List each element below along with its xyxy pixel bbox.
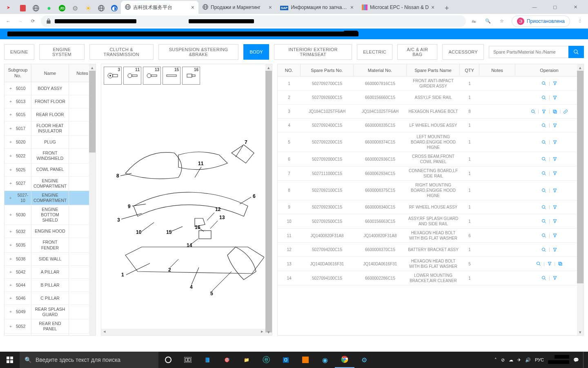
new-tab-button[interactable]: + [440,2,453,14]
part-row[interactable]: 7 5027111000C15 6600062934C15 CONNECTING… [278,166,584,181]
pinned-tab[interactable]: JD [56,2,69,14]
reload-button[interactable]: ⟳ [29,17,37,25]
browser-tab[interactable]: Microcat EPC - Nissan & D × [358,1,439,14]
expand-icon[interactable]: + [9,112,13,117]
expand-icon[interactable]: + [9,167,13,173]
menu-button[interactable]: ⋮ [576,17,584,25]
category-button[interactable]: INTERIOR/ EXTERIOR TRIM&SEAT [274,44,352,60]
expand-icon[interactable]: + [9,139,13,145]
part-row[interactable]: 9 5027092300C15 6600008340C15 RF WHEEL H… [278,200,584,214]
part-row[interactable]: 4 5027092400C15 6600008335C15 LF WHEEL H… [278,119,584,132]
part-row[interactable]: 3 JQ184C1025TF6AH JQ184C1025TF6AH HEXAGO… [278,105,584,119]
close-tab-icon[interactable]: × [269,4,272,11]
callout-thumb[interactable]: 13 [143,67,161,85]
browser-tab[interactable]: Продажи и Маркетинг × [198,1,276,14]
close-tab-icon[interactable]: × [191,4,194,11]
category-button[interactable]: BODY [243,44,269,60]
op-filter-icon[interactable] [552,170,558,177]
expand-icon[interactable]: + [9,256,13,262]
close-tab-icon[interactable]: × [350,4,354,11]
lang-indicator[interactable]: РУС [535,357,544,362]
part-row[interactable]: 5 5027092200C15 6600008374C15 LEFT MOUNT… [278,132,584,152]
close-button[interactable]: ✕ [566,1,585,13]
subgroup-row[interactable]: +5027-10 ENGINE COMPARTMENT [4,191,96,205]
tray-icon[interactable]: ☁ [509,357,513,363]
search-input[interactable] [489,46,568,58]
subgroup-row[interactable]: +5038 SIDE WALL [4,253,96,266]
subgroup-row[interactable]: +5042 A PILLAR [4,266,96,279]
outlook-icon[interactable]: O [276,352,296,368]
op-filter-icon[interactable] [552,80,558,87]
scrollbar[interactable]: ▴ ▾ [577,64,584,335]
expand-icon[interactable]: + [9,181,13,186]
part-row[interactable]: 14 5027094100C15 6600002286C15 LOWER MOU… [278,271,584,285]
op-search-icon[interactable] [541,275,547,281]
op-filter-icon[interactable] [552,275,558,281]
scrollbar[interactable]: ▴ ▾ [265,64,272,335]
op-search-icon[interactable] [541,204,547,211]
subgroup-row[interactable]: +5046 C PILLAR [4,292,96,305]
pinned-tab[interactable] [95,2,108,14]
subgroup-row[interactable]: +5025 COWL PANEL [4,164,96,177]
op-filter-icon[interactable] [546,260,553,267]
op-search-icon[interactable] [541,247,547,253]
expand-icon[interactable]: + [9,309,13,314]
expand-icon[interactable]: + [9,126,13,131]
pinned-tab[interactable]: ◐ [108,2,121,14]
pinned-tab[interactable]: ● [42,2,56,14]
tray-chevron[interactable]: ˄ [494,357,497,363]
op-search-icon[interactable] [535,260,542,267]
subgroup-row[interactable]: +5015 REAR FLOOR [4,108,96,121]
part-row[interactable]: 6 5027092000C15 6600002936C15 CROSS BEAM… [278,152,584,166]
subgroup-row[interactable]: +5035 FRONT FENDER [4,238,96,252]
op-copy-icon[interactable] [557,260,564,267]
taskview-icon[interactable] [178,352,198,368]
subgroup-row[interactable]: +5049 REAR SPLASH GUARD [4,305,96,319]
op-filter-icon[interactable] [552,156,558,162]
pinned-tab[interactable]: ☀ [82,2,95,14]
settings-icon[interactable]: ⚙ [354,352,374,368]
expand-icon[interactable]: + [9,86,13,91]
part-row[interactable]: 13 JQ140DA0616F31 JQ140DA0616F31 HEXAGON… [278,257,584,271]
ie-icon[interactable]: ⓔ [256,352,276,368]
app-icon[interactable]: 🎯 [217,352,237,368]
part-row[interactable]: 12 5027094200C15 6600008370C15 BATTERY B… [278,243,584,257]
close-tab-icon[interactable]: × [431,4,434,11]
subgroup-row[interactable]: +5027 ENGINE COMPARTMENT [4,177,96,191]
subgroup-row[interactable]: +5052 REAR END PANEL [4,319,96,334]
callout-thumb[interactable]: 15 [163,67,180,85]
part-row[interactable]: 11 JQ1400820F31A8 JQ1400820F31A8 HEXAGON… [278,229,584,243]
subgroup-row[interactable]: +5020 PLUG [4,136,96,149]
op-filter-icon[interactable] [552,139,558,146]
callout-thumb[interactable]: 11 [123,67,141,85]
app-icon[interactable] [296,352,315,368]
op-search-icon[interactable] [541,170,547,177]
category-button[interactable]: ACCESSORY [442,44,484,60]
tray-volume-icon[interactable]: 🔊 [525,357,531,363]
subgroup-row[interactable]: +5013 FRONT FLOOR [4,95,96,108]
chrome-icon[interactable] [335,352,354,368]
category-button[interactable]: ENGINE SYSTEM [39,44,85,60]
op-search-icon[interactable] [541,139,547,146]
app-icon[interactable]: 📘 [198,352,217,368]
expand-icon[interactable]: + [9,229,13,234]
op-filter-icon[interactable] [541,108,547,115]
op-filter-icon[interactable] [552,122,558,129]
tray-icon[interactable]: ✈ [517,357,521,363]
op-search-icon[interactable] [541,122,547,129]
expand-icon[interactable]: + [9,242,13,248]
minimize-button[interactable]: — [525,1,544,13]
pinned-tab[interactable]: ➤ [3,2,16,14]
subgroup-row[interactable]: +5044 B PILLAR [4,279,96,292]
pinned-tab[interactable] [29,2,42,14]
expand-icon[interactable]: + [9,153,13,159]
part-row[interactable]: 8 5027092100C15 6600008375C15 RIGHT MOUN… [278,181,584,200]
part-row[interactable]: 10 5027092500C15 6600156663C15 ASSY,RF S… [278,214,584,229]
zoom-icon[interactable]: 🔍 [484,17,492,25]
exploded-diagram[interactable]: 1 2 3 4 5 6 7 8 9 10 11 12 13 14 15 16 [101,85,272,335]
op-search-icon[interactable] [541,80,547,87]
op-search-icon[interactable] [541,156,547,162]
op-search-icon[interactable] [541,232,547,239]
subgroup-row[interactable]: +5017 FLOOR HEAT INSULATOR [4,121,96,136]
category-button[interactable]: A/C & AIR BAG [397,44,437,60]
